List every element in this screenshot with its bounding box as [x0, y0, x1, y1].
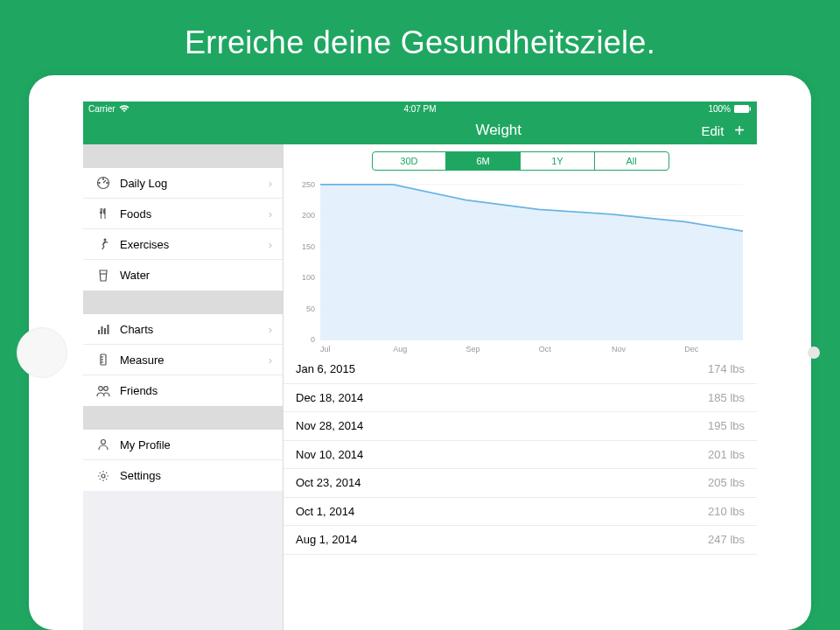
svg-text:Nov: Nov: [612, 345, 626, 354]
svg-text:Oct: Oct: [539, 345, 552, 354]
svg-rect-10: [102, 326, 103, 334]
svg-line-3: [103, 180, 106, 183]
main-pane: 30D6M1YAll 050100150200250JulAugSepOctNo…: [284, 144, 757, 630]
entry-row[interactable]: Oct 23, 2014205 lbs: [284, 469, 757, 498]
entry-value: 195 lbs: [708, 419, 745, 432]
battery-label: 100%: [708, 104, 731, 114]
promo-headline: Erreiche deine Gesundheitsziele.: [0, 0, 840, 77]
sidebar-item-foods[interactable]: Foods›: [83, 199, 283, 229]
sidebar-item-daily-log[interactable]: Daily Log›: [83, 168, 283, 199]
sidebar-item-label: My Profile: [113, 438, 272, 452]
battery-icon: [734, 105, 752, 113]
entry-date: Oct 1, 2014: [296, 505, 708, 518]
sidebar-item-label: Friends: [113, 384, 272, 397]
clock-label: 4:07 PM: [403, 104, 436, 114]
svg-text:Dec: Dec: [684, 345, 699, 354]
segment-all[interactable]: All: [595, 152, 668, 170]
entry-row[interactable]: Aug 1, 2014247 lbs: [284, 526, 757, 555]
entry-value: 185 lbs: [708, 391, 745, 404]
entry-row[interactable]: Dec 18, 2014185 lbs: [284, 384, 757, 413]
entry-date: Oct 23, 2014: [296, 476, 708, 489]
chevron-right-icon: ›: [269, 207, 272, 220]
svg-point-5: [99, 182, 100, 183]
sidebar-item-settings[interactable]: Settings: [83, 460, 283, 491]
entry-date: Nov 10, 2014: [296, 448, 708, 461]
entry-value: 210 lbs: [708, 505, 745, 518]
entry-value: 201 lbs: [708, 448, 745, 461]
gear-icon: [94, 469, 113, 483]
svg-rect-11: [104, 328, 106, 334]
entry-row[interactable]: Nov 10, 2014201 lbs: [284, 441, 757, 470]
sidebar-item-label: Settings: [113, 469, 272, 482]
people-icon: [94, 384, 113, 398]
content-split: Daily Log›Foods›Exercises›Water Charts›M…: [83, 144, 757, 630]
page-title: Weight: [296, 122, 701, 139]
svg-text:Jul: Jul: [320, 345, 331, 354]
app-screen: Carrier 4:07 PM 100% Weight Edit +: [83, 102, 757, 630]
carrier-label: Carrier: [88, 104, 116, 114]
entries-list: Jan 6, 2015174 lbsDec 18, 2014185 lbsNov…: [284, 355, 757, 630]
svg-point-6: [107, 182, 108, 183]
svg-point-18: [104, 386, 108, 390]
sidebar-item-friends[interactable]: Friends: [83, 375, 283, 406]
svg-text:50: 50: [306, 304, 315, 313]
segment-30d[interactable]: 30D: [373, 152, 447, 170]
weight-chart: 050100150200250JulAugSepOctNovDec: [284, 176, 757, 355]
sidebar-item-exercises[interactable]: Exercises›: [83, 229, 283, 260]
bars-icon: [94, 322, 113, 336]
svg-text:Aug: Aug: [393, 345, 407, 354]
chevron-right-icon: ›: [269, 354, 272, 367]
sidebar-item-measure[interactable]: Measure›: [83, 345, 283, 375]
svg-rect-1: [750, 108, 752, 111]
svg-text:100: 100: [302, 273, 315, 282]
svg-point-4: [102, 178, 103, 179]
sidebar-item-label: Charts: [113, 323, 269, 336]
segment-6m[interactable]: 6M: [446, 152, 521, 170]
entry-date: Aug 1, 2014: [296, 533, 708, 546]
status-bar: Carrier 4:07 PM 100%: [83, 102, 757, 116]
wifi-icon: [119, 105, 130, 113]
entry-date: Jan 6, 2015: [296, 362, 708, 375]
svg-point-7: [104, 239, 107, 242]
entry-date: Dec 18, 2014: [296, 391, 708, 404]
time-range-segmented[interactable]: 30D6M1YAll: [372, 151, 669, 171]
segment-1y[interactable]: 1Y: [521, 152, 595, 170]
svg-text:Sep: Sep: [466, 345, 480, 354]
chevron-right-icon: ›: [269, 323, 272, 336]
sidebar-item-my-profile[interactable]: My Profile: [83, 430, 283, 460]
svg-rect-12: [108, 325, 109, 334]
sidebar-item-water[interactable]: Water: [83, 260, 283, 290]
svg-text:0: 0: [311, 335, 315, 344]
person-icon: [94, 438, 113, 452]
entry-row[interactable]: Nov 28, 2014195 lbs: [284, 412, 757, 441]
svg-rect-9: [98, 330, 100, 334]
sidebar-item-label: Exercises: [113, 238, 269, 251]
svg-text:250: 250: [302, 180, 315, 189]
svg-point-20: [102, 474, 105, 478]
nav-bar: Weight Edit +: [83, 116, 757, 144]
svg-text:150: 150: [302, 242, 315, 251]
svg-rect-0: [734, 105, 749, 113]
camera-icon: [808, 346, 820, 359]
entry-date: Nov 28, 2014: [296, 419, 708, 432]
chevron-right-icon: ›: [269, 177, 272, 190]
edit-button[interactable]: Edit: [701, 123, 724, 138]
svg-point-17: [99, 386, 103, 390]
entry-value: 174 lbs: [708, 362, 745, 375]
run-icon: [94, 237, 113, 251]
sidebar-item-label: Water: [113, 269, 272, 282]
svg-text:200: 200: [302, 211, 315, 220]
chevron-right-icon: ›: [269, 238, 272, 251]
sidebar-item-label: Daily Log: [113, 177, 269, 190]
entry-value: 247 lbs: [708, 533, 745, 546]
sidebar-item-charts[interactable]: Charts›: [83, 314, 283, 345]
sidebar-item-label: Measure: [113, 354, 269, 367]
entry-row[interactable]: Jan 6, 2015174 lbs: [284, 355, 757, 384]
cutlery-icon: [94, 206, 113, 220]
add-button[interactable]: +: [734, 122, 745, 139]
sidebar: Daily Log›Foods›Exercises›Water Charts›M…: [83, 144, 284, 630]
ruler-icon: [94, 353, 113, 367]
device-frame: Carrier 4:07 PM 100% Weight Edit +: [29, 75, 811, 630]
entry-row[interactable]: Oct 1, 2014210 lbs: [284, 498, 757, 527]
sidebar-item-label: Foods: [113, 207, 269, 220]
